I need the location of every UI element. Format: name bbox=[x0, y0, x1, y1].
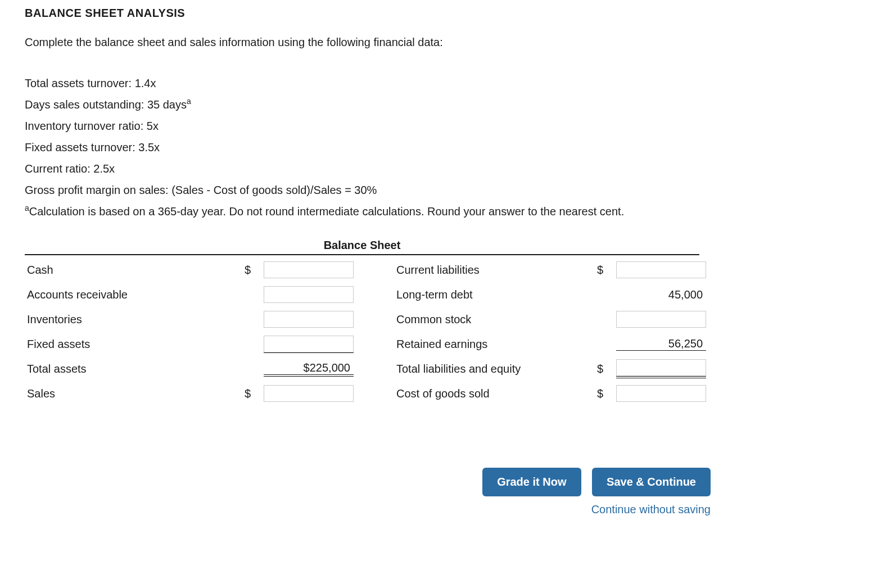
currency-symbol: $ bbox=[578, 381, 605, 406]
fixed-assets-input[interactable] bbox=[264, 336, 354, 352]
cogs-input[interactable] bbox=[616, 385, 706, 402]
inventories-input[interactable] bbox=[264, 311, 354, 328]
row-label: Cash bbox=[25, 257, 226, 282]
total-assets-value: $225,000 bbox=[264, 361, 354, 377]
row-label: Common stock bbox=[394, 307, 578, 332]
row-label: Total assets bbox=[25, 356, 226, 381]
financial-data-item: Gross profit margin on sales: (Sales - C… bbox=[25, 179, 861, 201]
currency-symbol: $ bbox=[226, 257, 253, 282]
instruction-text: Complete the balance sheet and sales inf… bbox=[25, 34, 861, 50]
sales-input[interactable] bbox=[264, 385, 354, 402]
current-liabilities-input[interactable] bbox=[616, 261, 706, 278]
save-continue-button[interactable]: Save & Continue bbox=[592, 468, 711, 496]
currency-symbol: $ bbox=[578, 356, 605, 381]
row-label: Total liabilities and equity bbox=[394, 356, 578, 381]
balance-sheet-title: Balance Sheet bbox=[25, 239, 699, 255]
row-label: Fixed assets bbox=[25, 332, 226, 356]
continue-without-saving-link[interactable]: Continue without saving bbox=[591, 503, 711, 515]
row-label: Cost of goods sold bbox=[394, 381, 578, 406]
common-stock-input[interactable] bbox=[616, 311, 706, 328]
financial-data-item: Total assets turnover: 1.4x bbox=[25, 73, 861, 94]
financial-data-item: Inventory turnover ratio: 5x bbox=[25, 115, 861, 137]
financial-data-item: Days sales outstanding: 35 daysa bbox=[25, 94, 861, 115]
row-label: Inventories bbox=[25, 307, 226, 332]
page-heading: BALANCE SHEET ANALYSIS bbox=[25, 7, 861, 20]
row-label: Current liabilities bbox=[394, 257, 578, 282]
currency-symbol: $ bbox=[578, 257, 605, 282]
row-label: Sales bbox=[25, 381, 226, 406]
row-label: Long-term debt bbox=[394, 282, 578, 307]
balance-sheet-table: Cash $ Current liabilities $ Accounts re… bbox=[25, 257, 708, 406]
financial-data-list: Total assets turnover: 1.4x Days sales o… bbox=[25, 73, 861, 222]
retained-earnings-value: 56,250 bbox=[616, 337, 706, 351]
row-label: Accounts receivable bbox=[25, 282, 226, 307]
grade-button[interactable]: Grade it Now bbox=[482, 468, 581, 496]
long-term-debt-value: 45,000 bbox=[616, 288, 706, 301]
financial-data-item: Current ratio: 2.5x bbox=[25, 158, 861, 179]
footnote-marker: a bbox=[187, 97, 191, 106]
accounts-receivable-input[interactable] bbox=[264, 286, 354, 303]
footnote: aCalculation is based on a 365-day year.… bbox=[25, 201, 861, 222]
row-label: Retained earnings bbox=[394, 332, 578, 356]
financial-data-item: Fixed assets turnover: 3.5x bbox=[25, 137, 861, 158]
currency-symbol: $ bbox=[226, 381, 253, 406]
total-liab-equity-input[interactable] bbox=[616, 359, 706, 376]
cash-input[interactable] bbox=[264, 261, 354, 278]
